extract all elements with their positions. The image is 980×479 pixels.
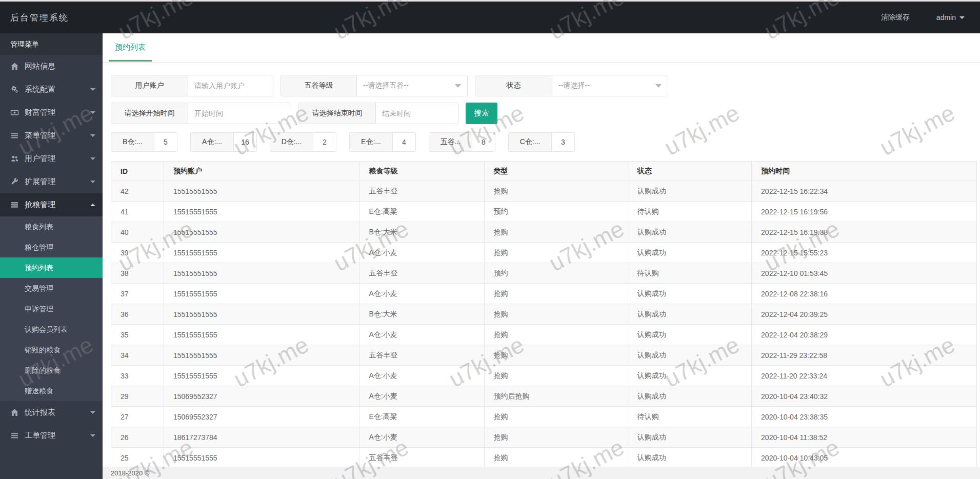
chevron-down-icon [655,84,662,88]
table-cell: 抢购 [484,222,628,243]
table-cell: 预约 [484,202,628,222]
table-cell: 五谷丰登 [359,345,484,366]
table-cell: 2020-10-04 23:38:35 [752,407,977,427]
sidebar-subitem[interactable]: 赠送粮食 [0,381,103,401]
sidebar-item-0[interactable]: 网站信息 [0,55,103,78]
home-icon [10,63,19,70]
table-cell: A仓:小麦 [359,386,484,407]
table-cell: 认购成功 [628,427,751,448]
table-header-cell: 粮食等级 [359,162,484,181]
start-time-input[interactable] [188,103,291,124]
table-cell: 33 [111,366,164,386]
table-cell: 2020-10-04 23:40:32 [752,386,977,407]
search-button[interactable]: 搜索 [466,103,497,124]
status-select-value: --请选择-- [558,81,590,90]
table-cell: 2022-12-15 16:22:34 [752,181,977,202]
table-cell: 待认购 [628,263,751,284]
table-cell: 15515551555 [164,304,359,325]
stat-value: 16 [234,133,256,151]
chevron-down-icon [90,157,95,160]
stat-box: A仓:...16 [190,132,257,152]
sidebar-item-4[interactable]: 用户管理 [0,147,103,170]
sidebar-item-6[interactable]: 抢粮管理 [0,193,103,216]
grain-level-group: 五谷等级 --请选择五谷-- [281,75,468,96]
sidebar-item-label: 统计报表 [25,408,90,417]
table-cell: 26 [111,427,164,448]
stat-value: 5 [154,133,177,151]
table-cell: 抢购 [484,427,628,448]
chevron-down-icon [90,88,95,91]
table-cell: 35 [111,325,164,345]
table-cell: 认购成功 [628,284,751,304]
table-cell: 认购成功 [628,345,751,366]
tab-bar: 预约列表 [103,33,980,63]
table-cell: A仓:小麦 [359,243,484,263]
table-cell: 抢购 [484,284,628,304]
table-cell: 2022-12-15 16:19:56 [752,202,977,222]
stat-value: 2 [313,133,336,151]
table-row: 3815515551555五谷丰登预约待认购2022-12-10 01:53:4… [111,263,977,284]
tab-reservation-list[interactable]: 预约列表 [109,33,152,61]
status-group: 状态 --请选择-- [475,75,668,96]
sidebar-item-2[interactable]: 财富管理 [0,101,103,124]
table-cell: 38 [111,263,164,284]
gears-icon [10,86,19,93]
table-cell: 2022-12-15 15:55:23 [752,243,977,263]
table-cell: 五谷丰登 [359,181,484,202]
user-menu[interactable]: admin [936,13,965,22]
grain-level-label: 五谷等级 [281,75,357,96]
chevron-down-icon [959,16,965,19]
chevron-down-icon [90,111,95,114]
table-cell: A仓:小麦 [359,325,484,345]
sidebar-subitem[interactable]: 申诉管理 [0,298,103,319]
sidebar-item-1[interactable]: 系统配置 [0,78,103,101]
clear-cache-button[interactable]: 清除缓存 [881,13,910,22]
sidebar-item-label: 扩展管理 [25,177,90,187]
table-row: 2515515551555五谷丰登抢购认购成功2020-10-04 10:43:… [111,448,977,468]
sidebar-subitem[interactable]: 认购会员列表 [0,319,103,340]
table-cell: 抢购 [484,407,628,427]
menu-icon [10,201,19,209]
sidebar-header: 管理菜单 [0,33,103,55]
user-account-input[interactable] [188,75,273,96]
sidebar-subitem[interactable]: 交易管理 [0,278,103,298]
table-header-cell: ID [111,162,164,181]
table-cell: 40 [111,222,164,243]
table-cell: 认购成功 [628,325,751,345]
table-cell: 39 [111,243,164,263]
table-cell: 15515551555 [164,366,359,386]
sidebar-item-label: 网站信息 [25,62,95,71]
reservation-table-wrap: ID预约账户粮食等级类型状态预约时间 4215515551555五谷丰登抢购认购… [111,161,977,474]
grain-level-select[interactable]: --请选择五谷-- [357,75,467,96]
table-cell: 15515551555 [164,243,359,263]
table-row: 3515515551555A仓:小麦抢购认购成功2022-12-04 20:38… [111,325,977,345]
stat-label: C仓:... [509,133,552,151]
end-time-input[interactable] [376,103,458,124]
sidebar-subitem-active[interactable]: 预约列表 [0,257,103,278]
sidebar-item-3[interactable]: 菜单管理 [0,124,103,147]
sidebar-subitem[interactable]: 删除的粮食 [0,360,103,381]
end-time-group: 请选择结束时间 [298,103,458,124]
app-title: 后台管理系统 [10,12,69,24]
status-select[interactable]: --请选择-- [552,75,668,96]
table-cell: 抢购 [484,345,628,366]
sidebar-submenu: 粮食列表粮仓管理预约列表交易管理申诉管理认购会员列表销毁的粮食删除的粮食赠送粮食 [0,216,103,401]
table-cell: 15515551555 [164,345,359,366]
table-header-cell: 预约时间 [752,162,977,181]
table-cell: 2022-11-20 22:33:24 [752,366,977,386]
table-cell: 18617273784 [164,427,359,448]
sidebar-subitem[interactable]: 销毁的粮食 [0,340,103,360]
sidebar-subitem[interactable]: 粮食列表 [0,216,103,237]
table-header-cell: 预约账户 [164,162,359,181]
start-time-group: 请选择开始时间 [111,103,291,124]
status-label: 状态 [475,75,552,96]
footer: 2018-2020 © [103,467,980,479]
home-icon [10,409,19,416]
table-cell: 五谷丰登 [359,448,484,468]
sidebar-item-5[interactable]: 扩展管理 [0,170,103,193]
table-row: 4115515551555E仓:高粱预约待认购2022-12-15 16:19:… [111,202,977,222]
sidebar-subitem[interactable]: 粮仓管理 [0,237,103,257]
sidebar-item-7[interactable]: 统计报表 [0,401,103,424]
sidebar-item-8[interactable]: 工单管理 [0,424,103,447]
table-cell: 25 [111,448,164,468]
